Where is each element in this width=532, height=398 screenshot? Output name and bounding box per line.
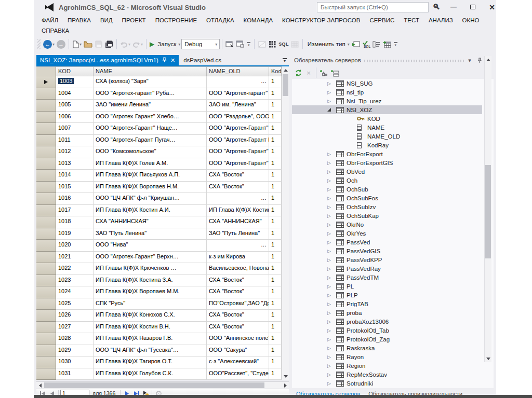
grid-cell-name-old[interactable]: СХА "Восток" <box>207 170 269 182</box>
grid-cell-kodr[interactable]: 1 <box>269 263 282 275</box>
verify-sql-icon[interactable]: SQL <box>361 38 371 50</box>
expander-collapsed-icon[interactable]: ▷ <box>327 99 336 104</box>
grid-cell-name[interactable]: ИП Глава К(Ф)Х Костин А.И. <box>94 205 207 217</box>
menu-item[interactable]: ПРОЕКТ <box>117 16 151 24</box>
expander-collapsed-icon[interactable]: ▷ <box>327 284 336 289</box>
tree-scroll-up-icon[interactable] <box>485 56 492 63</box>
tree-item-protokolotl_zag[interactable]: ▷ProtokolOtl_Zag <box>292 335 482 344</box>
grid-cell-name-old[interactable]: СХА "Восток" <box>207 310 269 322</box>
tree-item-kod[interactable]: KOD <box>292 114 482 123</box>
tree-item-ochsubizv[interactable]: ▷OchSubIzv <box>292 202 482 211</box>
grid-cell-kod[interactable]: 1030 <box>56 356 94 368</box>
grid-cell-name[interactable]: ИП Глава К(Ф)Х Костина З.А. <box>94 275 207 287</box>
scroll-right-icon[interactable] <box>282 382 289 389</box>
row-header[interactable] <box>36 135 56 147</box>
tree-item-nsi_tip_urez[interactable]: ▷Nsi_Tip_urez <box>292 97 482 105</box>
row-header[interactable] <box>36 368 56 380</box>
tree-item-nsi_tip[interactable]: ▷nsi_tip <box>292 88 482 97</box>
close-tab-icon[interactable]: ✕ <box>170 57 175 64</box>
row-header[interactable] <box>36 158 56 170</box>
grid-cell-name[interactable]: ООО "Агротех-Гарант" Хлебо… <box>94 112 207 123</box>
tree-item-raskraska[interactable]: ▷Raskraska <box>292 344 482 352</box>
run-query-icon[interactable] <box>351 38 361 50</box>
tree-item-obrforexport[interactable]: ▷ObrForExport <box>292 149 482 158</box>
grid-cell-kod[interactable]: 1029 <box>56 345 94 357</box>
grid-cell-name[interactable]: ЗАО "имени Ленина" <box>94 100 207 112</box>
tree-item-passvedtm[interactable]: ▷PassVedTM <box>292 273 482 282</box>
criteria-pane-icon[interactable] <box>371 38 382 50</box>
tree-item-obrforexportgis[interactable]: ▷ObrForExportGIS <box>292 158 482 167</box>
connect-server-icon[interactable] <box>329 66 340 79</box>
expander-collapsed-icon[interactable]: ▷ <box>327 275 336 280</box>
grid-cell-name[interactable]: ООО "Агротех-гарант" Руба… <box>94 88 207 100</box>
menu-item[interactable]: КОМАНДА <box>239 16 278 24</box>
window-position-dropdown-icon[interactable]: ▾ <box>466 56 474 64</box>
grid-cell-name-old[interactable]: СХА "Восток" <box>207 322 269 334</box>
tree-item-sp_kultura[interactable]: ▷SP_Kultura <box>292 388 482 388</box>
grid-cell-kod[interactable]: 1024 <box>56 286 94 298</box>
tree-item-ochsubkap[interactable]: ▷OchSubKap <box>292 211 482 220</box>
grid-cell-name-old[interactable]: к-з им Кирова <box>207 252 269 264</box>
grid-cell-kod[interactable]: 1011 <box>56 135 94 147</box>
tree-item-ochsub[interactable]: ▷OchSub <box>292 185 482 194</box>
query-window-icon[interactable] <box>224 38 235 50</box>
grid-cell-name-old[interactable]: ООО "Агротех-Гарант Пу… <box>207 135 269 147</box>
grid-cell-kodr[interactable]: 1 <box>269 182 282 194</box>
menu-item[interactable]: ВИД <box>96 16 117 24</box>
new-file-button[interactable]: ▾ <box>71 38 83 50</box>
tree-item-passvedray[interactable]: ▷PassVedRay <box>292 264 482 273</box>
close-button[interactable]: ✕ <box>485 3 499 11</box>
row-header[interactable] <box>36 298 56 310</box>
expander-collapsed-icon[interactable]: ▷ <box>327 381 336 386</box>
grid-cell-name-old[interactable]: … <box>207 240 269 252</box>
add-table-icon[interactable] <box>382 38 392 50</box>
query-designer-icon[interactable] <box>235 38 245 50</box>
grid-cell-kod[interactable]: 1007 <box>56 123 94 135</box>
expander-collapsed-icon[interactable]: ▷ <box>327 328 336 333</box>
grid-cell-kod[interactable]: 1027 <box>56 322 94 334</box>
row-header[interactable] <box>36 263 56 275</box>
tree-item-sotrudniki[interactable]: ▷Sotrudniki <box>292 379 482 388</box>
grid-cell-kodr[interactable]: 1 <box>269 88 282 100</box>
navigate-back-button[interactable]: ←▾ <box>42 38 56 50</box>
grid-cell-kodr[interactable]: 1 <box>269 100 282 112</box>
grid-corner-cell[interactable] <box>36 66 56 76</box>
menu-item[interactable]: КОНСТРУКТОР ЗАПРОСОВ <box>277 16 365 24</box>
tab-dspaspved[interactable]: dsPaspVed.cs <box>179 55 226 65</box>
expander-collapsed-icon[interactable]: ▷ <box>327 319 336 324</box>
grid-cell-name-old[interactable]: ООО"Рассвет", "Студенн… <box>207 368 269 380</box>
menu-item[interactable]: ФАЙЛ <box>37 16 63 24</box>
expander-collapsed-icon[interactable]: ▷ <box>327 222 336 227</box>
expander-collapsed-icon[interactable]: ▷ <box>327 240 336 245</box>
expander-collapsed-icon[interactable]: ▷ <box>327 169 336 174</box>
navigate-forward-button[interactable]: → <box>56 38 66 50</box>
row-header[interactable] <box>36 100 56 112</box>
toolbar-overflow-icon[interactable]: ▾ <box>245 42 252 46</box>
grid-hscroll-thumb[interactable] <box>44 382 264 388</box>
grid-cell-name[interactable]: ИП Глава К(Ф)Х Письяуков А.П. <box>94 170 207 182</box>
grid-cell-kod[interactable]: 1006 <box>56 112 94 123</box>
row-header[interactable] <box>36 88 56 100</box>
grid-cell-kodr[interactable]: 1 <box>269 146 282 158</box>
results-pane-icon[interactable] <box>290 38 300 50</box>
expander-collapsed-icon[interactable]: ▷ <box>327 301 336 307</box>
column-header-name[interactable]: NAME <box>94 66 207 76</box>
grid-cell-name[interactable]: ООО "Комсомольское" <box>94 146 207 158</box>
tree-vertical-scrollbar[interactable] <box>484 56 491 362</box>
grid-cell-kodr[interactable]: 1 <box>269 76 282 88</box>
sql-pane-icon[interactable]: SQL <box>277 38 289 50</box>
grid-cell-kodr[interactable]: 1 <box>269 158 282 170</box>
expander-collapsed-icon[interactable]: ▷ <box>327 231 336 236</box>
tab-nsi-xoz-query[interactable]: NSI_XOZ: Запрос(si...ess.agrohimSQLVrn1)… <box>36 55 179 65</box>
grid-cell-kodr[interactable]: 1 <box>269 275 282 287</box>
expander-collapsed-icon[interactable]: ▷ <box>327 346 336 351</box>
tree-item-passvedkpp[interactable]: ▷PassVedKPP <box>292 255 482 264</box>
menu-item[interactable]: ОКНО <box>458 16 484 24</box>
toolbar-overflow-icon-2[interactable]: ▾ <box>392 42 399 46</box>
grid-cell-kod[interactable]: 1013 <box>56 158 94 170</box>
expander-collapsed-icon[interactable]: ▷ <box>327 337 336 342</box>
menu-item[interactable]: СЕРВИС <box>365 16 399 24</box>
grid-cell-name[interactable]: ООО "Агротех-Гарант Пугач… <box>94 135 207 147</box>
tree-item-ochsubfos[interactable]: ▷OchSubFos <box>292 194 482 202</box>
expander-collapsed-icon[interactable]: ▷ <box>327 257 336 263</box>
